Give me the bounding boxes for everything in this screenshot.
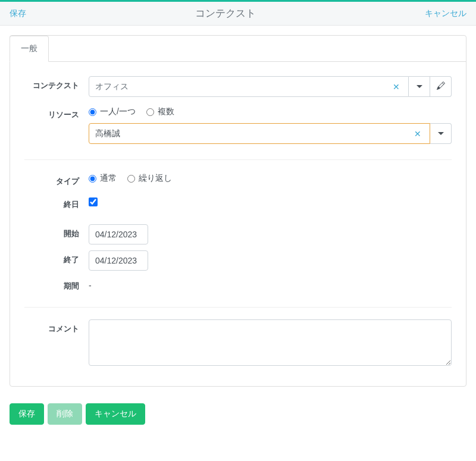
end-label: 終了 — [24, 250, 89, 265]
context-dropdown-button[interactable] — [409, 76, 430, 97]
resource-value: 高橋誠 — [95, 128, 412, 139]
resource-clear-icon[interactable]: ✕ — [412, 129, 424, 139]
type-radio-normal-input[interactable] — [89, 175, 96, 183]
start-date-input[interactable] — [89, 224, 148, 244]
type-radio-repeat-input[interactable] — [127, 175, 135, 183]
caret-down-icon — [438, 132, 444, 135]
resource-radio-single-label: 一人/一つ — [100, 106, 136, 117]
delete-button[interactable]: 削除 — [48, 403, 82, 425]
type-radio-normal-label: 通常 — [100, 173, 117, 184]
resource-radio-multiple[interactable]: 複数 — [146, 106, 174, 117]
form-panel: 一般 コンテクスト オフィス ✕ — [10, 35, 466, 387]
edit-icon — [437, 81, 445, 92]
tab-bar: 一般 — [10, 35, 466, 62]
window-header: 保存 コンテクスト キャンセル — [0, 2, 476, 26]
duration-label: 期間 — [24, 277, 89, 291]
context-label: コンテクスト — [24, 76, 89, 91]
end-date-input[interactable] — [89, 250, 148, 271]
resource-select[interactable]: 高橋誠 ✕ — [89, 123, 430, 144]
resource-dropdown-button[interactable] — [430, 123, 452, 144]
context-edit-button[interactable] — [430, 76, 452, 97]
save-button[interactable]: 保存 — [10, 403, 44, 425]
context-value: オフィス — [95, 81, 390, 92]
save-link[interactable]: 保存 — [10, 8, 26, 19]
resource-radio-single-input[interactable] — [89, 108, 96, 116]
type-radios: 通常 繰り返し — [89, 172, 172, 184]
duration-value: - — [89, 277, 92, 290]
resource-radio-multiple-input[interactable] — [146, 108, 154, 116]
allday-checkbox[interactable] — [89, 197, 98, 206]
resource-mode-radios: 一人/一つ 複数 — [89, 105, 452, 117]
section-divider — [24, 307, 452, 308]
type-radio-normal[interactable]: 通常 — [89, 173, 117, 184]
type-label: タイプ — [24, 172, 89, 187]
cancel-button[interactable]: キャンセル — [86, 403, 145, 425]
type-radio-repeat[interactable]: 繰り返し — [127, 173, 172, 184]
resource-radio-multiple-label: 複数 — [158, 106, 174, 117]
resource-radio-single[interactable]: 一人/一つ — [89, 106, 136, 117]
resource-label: リソース — [24, 105, 89, 120]
type-radio-repeat-label: 繰り返し — [139, 173, 172, 184]
window-title: コンテクスト — [195, 7, 256, 20]
context-clear-icon[interactable]: ✕ — [390, 82, 402, 92]
cancel-link[interactable]: キャンセル — [425, 8, 466, 19]
comment-textarea[interactable] — [89, 319, 452, 366]
footer-buttons: 保存 削除 キャンセル — [10, 387, 466, 425]
allday-label: 終日 — [24, 195, 89, 210]
comment-label: コメント — [24, 319, 89, 334]
start-label: 開始 — [24, 224, 89, 239]
tab-general[interactable]: 一般 — [10, 36, 49, 62]
context-select[interactable]: オフィス ✕ — [89, 76, 409, 97]
caret-down-icon — [416, 85, 422, 88]
section-divider — [24, 159, 452, 160]
